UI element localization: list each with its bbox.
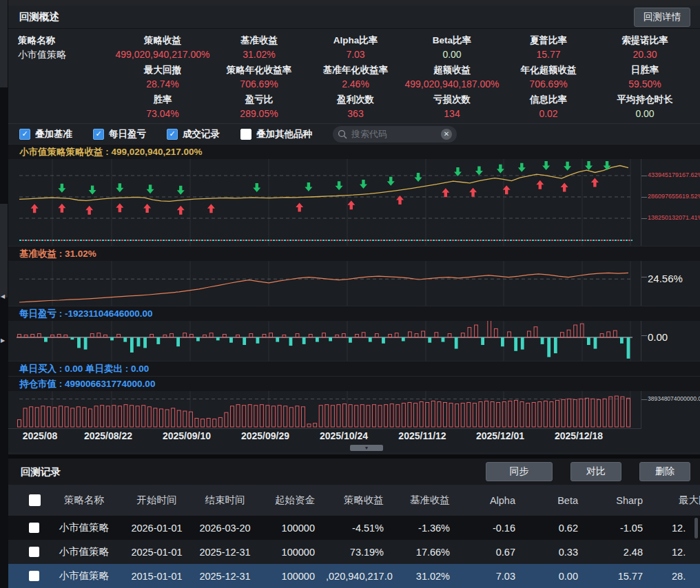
table-row[interactable]: 小市值策略2025-01-012025-12-3110000073.19%17.… bbox=[8, 540, 700, 564]
column-header[interactable]: 结束时间 bbox=[191, 494, 259, 507]
column-header[interactable]: 最大回撤 bbox=[654, 494, 700, 507]
buy-marker-icon bbox=[396, 196, 404, 204]
unchecked-checkbox-icon[interactable] bbox=[240, 129, 251, 140]
x-axis-label: 2025/10/24 bbox=[320, 430, 368, 441]
stat-夏普比率: 夏普比率15.77 bbox=[500, 33, 597, 63]
position-plot[interactable] bbox=[8, 391, 641, 429]
stat-value: 0.02 bbox=[500, 107, 597, 120]
sell-marker-icon bbox=[253, 183, 260, 192]
sell-marker-icon bbox=[542, 161, 550, 170]
records-table: 策略名称开始时间结束时间起始资金策略收益基准收益AlphaBetaSharp最大… bbox=[8, 485, 700, 588]
stat-日胜率: 日胜率59.50% bbox=[597, 63, 693, 92]
stat-亏损次数: 亏损次数134 bbox=[404, 92, 500, 122]
search-input[interactable] bbox=[351, 129, 437, 139]
stat-基准年化收益率: 基准年化收益率2.46% bbox=[307, 63, 404, 92]
x-axis-label: 2025/08 bbox=[23, 430, 58, 441]
panel-expand-arrow-icon[interactable]: ▶ bbox=[1, 337, 5, 344]
table-row[interactable]: 小市值策略2015-01-012025-12-31100000,020,940,… bbox=[8, 564, 700, 588]
table-cell: 2026-03-20 bbox=[191, 523, 259, 534]
x-axis-label: 2025/09/10 bbox=[163, 430, 211, 441]
select-all-checkbox[interactable] bbox=[29, 494, 41, 506]
collapsed-side-panel[interactable]: ◀ ▶ bbox=[0, 0, 8, 588]
stat-label: 盈亏比 bbox=[211, 92, 307, 107]
column-header[interactable]: 开始时间 bbox=[123, 494, 191, 507]
benchmark-chart[interactable]: 24.56% bbox=[8, 261, 700, 306]
table-cell: 2025-12-31 bbox=[191, 571, 259, 582]
table-cell: 100000 bbox=[259, 523, 326, 534]
table-cell: -1.36% bbox=[395, 523, 461, 534]
side-panel-segment bbox=[0, 204, 8, 297]
daily-pnl-plot[interactable] bbox=[8, 321, 641, 361]
table-cell: 28. bbox=[654, 571, 700, 582]
records-title: 回测记录 bbox=[21, 465, 61, 479]
table-cell: 小市值策略 bbox=[45, 521, 123, 534]
filter-每日盈亏[interactable]: ✓每日盈亏 bbox=[93, 128, 146, 140]
column-header[interactable]: 基准收益 bbox=[395, 494, 461, 507]
table-cell: 小市值策略 bbox=[45, 545, 123, 558]
table-cell: 12. bbox=[654, 523, 700, 534]
search-icon bbox=[338, 129, 347, 139]
row-checkbox[interactable] bbox=[29, 547, 39, 557]
records-header: 回测记录 同步 对比 删除 bbox=[8, 459, 700, 485]
panel-collapse-arrow-icon[interactable]: ◀ bbox=[1, 293, 5, 300]
row-select-cell bbox=[8, 547, 45, 557]
stat-label: 基准年化收益率 bbox=[307, 63, 404, 77]
column-header[interactable]: 策略名称 bbox=[45, 494, 123, 507]
column-header[interactable]: 策略收益 bbox=[326, 494, 395, 507]
column-header[interactable]: Alpha bbox=[461, 495, 526, 506]
stat-value: 499,020,940,187.00% bbox=[404, 77, 500, 91]
y-axis-label: 389348074000000.00 bbox=[648, 395, 700, 402]
checked-checkbox-icon[interactable]: ✓ bbox=[167, 129, 178, 140]
table-row[interactable]: 小市值策略2026-01-012026-03-20100000-4.51%-1.… bbox=[8, 516, 700, 540]
strategy-chart[interactable]: 433945179167.62%286097655619.52%13825013… bbox=[8, 159, 700, 246]
table-cell: 2.48 bbox=[589, 547, 654, 558]
table-scrollbar[interactable] bbox=[694, 518, 698, 538]
backtest-detail-button[interactable]: 回测详情 bbox=[634, 8, 690, 27]
daily-pnl-chart[interactable]: 0.00 bbox=[8, 321, 700, 361]
stat-value: 20.30 bbox=[597, 48, 693, 61]
sync-button[interactable]: 同步 bbox=[486, 462, 553, 481]
collapse-chart-handle[interactable]: ▼ bbox=[350, 445, 383, 451]
column-header[interactable]: 起始资金 bbox=[259, 494, 326, 507]
sell-marker-icon bbox=[116, 183, 123, 192]
buy-marker-icon bbox=[143, 204, 151, 213]
stat-value: 15.77 bbox=[500, 48, 597, 61]
row-checkbox[interactable] bbox=[29, 523, 39, 533]
stats-grid: 策略名称小市值策略策略收益499,020,940,217.00%基准收益31.0… bbox=[8, 29, 700, 123]
filter-成交记录[interactable]: ✓成交记录 bbox=[167, 128, 220, 140]
table-cell: -0.16 bbox=[461, 523, 526, 534]
clear-search-icon[interactable]: ✕ bbox=[441, 129, 452, 140]
strategy-chart-plot[interactable] bbox=[8, 159, 641, 246]
column-header[interactable]: Sharp bbox=[589, 495, 654, 506]
y-axis-label: 0.00 bbox=[648, 331, 668, 343]
select-all-cell bbox=[8, 494, 45, 506]
stat-信息比率: 信息比率0.02 bbox=[500, 92, 597, 122]
stat-label: 策略名称 bbox=[18, 33, 114, 48]
checked-checkbox-icon[interactable]: ✓ bbox=[19, 129, 30, 140]
benchmark-chart-plot[interactable] bbox=[8, 261, 641, 306]
compare-button[interactable]: 对比 bbox=[570, 462, 621, 481]
stat-value: 0.00 bbox=[404, 48, 500, 61]
buy-marker-icon bbox=[591, 178, 599, 187]
stat-label: 最大回撤 bbox=[114, 63, 211, 77]
stat-Beta比率: Beta比率0.00 bbox=[404, 33, 500, 63]
sell-marker-icon bbox=[360, 180, 367, 189]
row-checkbox[interactable] bbox=[29, 571, 39, 581]
column-header[interactable]: Beta bbox=[526, 495, 589, 506]
filter-label: 叠加基准 bbox=[35, 128, 72, 140]
table-cell: 0.00 bbox=[526, 571, 589, 582]
backtest-overview-panel: 回测概述 回测详情 策略名称小市值策略策略收益499,020,940,217.0… bbox=[8, 6, 700, 454]
table-cell: 31.02% bbox=[395, 571, 461, 582]
checked-checkbox-icon[interactable]: ✓ bbox=[93, 129, 104, 140]
stat-label: 年化超额收益 bbox=[500, 63, 597, 77]
buy-marker-icon bbox=[442, 188, 449, 197]
search-box[interactable]: ✕ bbox=[333, 126, 457, 143]
delete-button[interactable]: 删除 bbox=[639, 462, 690, 481]
position-chart[interactable]: 389348074000000.00 bbox=[8, 391, 700, 429]
strategy-return-title: 小市值策略策略收益 : 499,020,940,217.00% bbox=[8, 144, 700, 159]
benchmark-y-axis: 24.56% bbox=[641, 261, 700, 306]
table-cell: 15.77 bbox=[589, 571, 654, 582]
sell-marker-icon bbox=[497, 165, 504, 174]
filter-叠加其他品种[interactable]: 叠加其他品种 bbox=[240, 128, 312, 140]
filter-叠加基准[interactable]: ✓叠加基准 bbox=[19, 128, 72, 140]
